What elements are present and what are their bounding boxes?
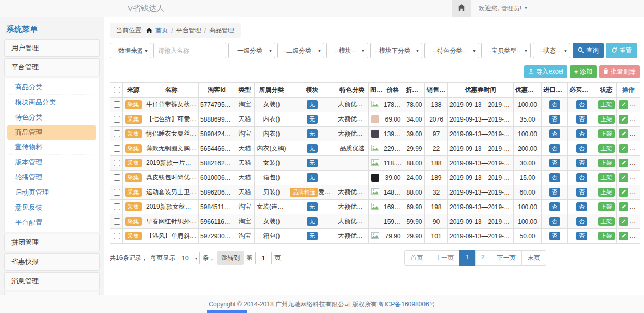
name-search-input[interactable] (153, 43, 226, 58)
status-toggle[interactable]: 上架 (598, 115, 615, 124)
sidebar-item[interactable]: 启动页管理 (7, 185, 96, 200)
edit-button[interactable] (619, 173, 628, 182)
import-optional-toggle[interactable]: 否 (549, 129, 560, 138)
must-buy-toggle[interactable]: 否 (576, 159, 587, 167)
status-toggle[interactable]: 上架 (598, 188, 615, 197)
filter-select[interactable]: --特色分类-- (424, 43, 479, 58)
sidebar-group[interactable]: 平台管理 (4, 58, 100, 76)
status-badge: 无 (307, 115, 318, 124)
import-optional-toggle[interactable]: 否 (549, 173, 560, 182)
must-buy-toggle[interactable]: 否 (576, 129, 587, 138)
row-checkbox[interactable] (114, 145, 120, 152)
breadcrumb-home-link[interactable]: 首页 (155, 26, 168, 35)
pager-button[interactable]: 首页 (404, 250, 429, 266)
row-checkbox[interactable] (114, 101, 120, 108)
status-toggle[interactable]: 上架 (598, 159, 615, 167)
status-toggle[interactable]: 上架 (598, 232, 615, 240)
status-toggle[interactable]: 上架 (598, 202, 615, 211)
cell-status: 上架 (596, 171, 617, 185)
filter-select[interactable]: --二级分类-- (277, 43, 324, 58)
row-checkbox[interactable] (114, 189, 120, 196)
jump-button[interactable]: 跳转到 (217, 251, 244, 265)
must-buy-toggle[interactable]: 否 (576, 173, 587, 182)
page-number-input[interactable] (255, 252, 272, 264)
row-checkbox[interactable] (114, 203, 120, 210)
icp-link[interactable]: 粤ICP备16098006号 (378, 300, 435, 309)
user-menu[interactable]: 欢迎您, 管理员! ▼ (471, 0, 535, 17)
search-button[interactable]: 查询 (573, 43, 604, 58)
sidebar-item[interactable]: 意见反馈 (7, 200, 96, 215)
pager-button[interactable]: 2 (475, 250, 491, 266)
sidebar-item[interactable]: 轮播管理 (7, 170, 96, 185)
pager-button[interactable]: 上一页 (429, 250, 460, 266)
select-all-checkbox[interactable] (114, 87, 120, 93)
cell-taoke-id: 577479560965 (199, 98, 235, 112)
must-buy-toggle[interactable]: 否 (576, 115, 587, 124)
row-checkbox[interactable] (114, 160, 120, 166)
filter-select[interactable]: --模块-- (326, 43, 368, 58)
status-toggle[interactable]: 上架 (598, 129, 615, 138)
edit-button[interactable] (619, 202, 628, 211)
status-toggle[interactable]: 上架 (598, 100, 615, 109)
cell-module: 无 (288, 171, 336, 185)
filter-select[interactable]: --状态-- (533, 43, 570, 58)
import-optional-toggle[interactable]: 否 (549, 188, 560, 197)
edit-button[interactable] (619, 115, 628, 124)
edit-button[interactable] (619, 144, 628, 153)
page-suffix: 页 (274, 254, 281, 262)
row-checkbox[interactable] (114, 233, 120, 239)
import-optional-toggle[interactable]: 否 (549, 144, 560, 153)
sidebar-item[interactable]: 商品分类 (7, 80, 96, 95)
row-checkbox[interactable] (114, 218, 120, 225)
edit-button[interactable] (619, 232, 628, 240)
batch-delete-button[interactable]: 批量删除 (599, 65, 640, 78)
sidebar-item[interactable]: 特色分类 (7, 110, 96, 125)
sidebar-item[interactable]: 商品管理 (7, 125, 96, 140)
edit-button[interactable] (619, 188, 628, 197)
row-checkbox[interactable] (114, 130, 120, 137)
import-optional-toggle[interactable]: 否 (549, 159, 560, 167)
status-toggle[interactable]: 上架 (598, 217, 615, 226)
import-optional-toggle[interactable]: 否 (549, 232, 560, 240)
must-buy-toggle[interactable]: 否 (576, 232, 587, 240)
must-buy-toggle[interactable]: 否 (576, 217, 587, 226)
pager-button[interactable]: 末页 (521, 250, 546, 266)
sidebar-group[interactable]: 拼团管理 (4, 234, 100, 251)
pager-button[interactable]: 1 (459, 250, 476, 266)
row-checkbox[interactable] (114, 116, 120, 123)
import-optional-toggle[interactable]: 否 (549, 115, 560, 124)
status-toggle[interactable]: 上架 (598, 144, 615, 153)
import-optional-toggle[interactable]: 否 (549, 202, 560, 211)
edit-button[interactable] (619, 100, 628, 109)
home-button[interactable] (452, 0, 471, 17)
import-excel-button[interactable]: 导入excel (524, 65, 567, 78)
edit-button[interactable] (619, 159, 628, 167)
must-buy-toggle[interactable]: 否 (576, 188, 587, 197)
filter-select[interactable]: --宝贝类型-- (481, 43, 531, 58)
add-button[interactable]: + 添加 (570, 65, 597, 78)
filter-data-source-select[interactable]: --数据来源-- (110, 43, 151, 58)
must-buy-toggle[interactable]: 否 (576, 100, 587, 109)
import-optional-toggle[interactable]: 否 (549, 100, 560, 109)
reset-button[interactable]: 重置 (606, 43, 637, 58)
column-header: 销售数量 (425, 83, 448, 98)
sidebar-item[interactable]: 模块商品分类 (7, 95, 96, 110)
must-buy-toggle[interactable]: 否 (576, 202, 587, 211)
import-optional-toggle[interactable]: 否 (549, 217, 560, 226)
sidebar-item[interactable]: 版本管理 (7, 155, 96, 170)
filter-select[interactable]: --模块下分类-- (370, 43, 422, 58)
edit-button[interactable] (619, 217, 628, 226)
filter-select[interactable]: 一级分类 (228, 43, 275, 58)
scrollbar-thumb[interactable] (207, 310, 247, 313)
sidebar-group[interactable]: 用户管理 (4, 39, 100, 57)
edit-button[interactable] (619, 129, 628, 138)
sidebar-group[interactable]: 消息管理 (4, 272, 100, 290)
sidebar-group[interactable]: 省惠快报 (4, 253, 100, 271)
pager-button[interactable]: 下一页 (491, 250, 522, 266)
row-checkbox[interactable] (114, 174, 120, 181)
per-page-select[interactable]: 10 (178, 252, 200, 264)
status-toggle[interactable]: 上架 (598, 173, 615, 182)
sidebar-item[interactable]: 平台配置 (7, 215, 96, 230)
sidebar-item[interactable]: 宣传物料 (7, 140, 96, 155)
must-buy-toggle[interactable]: 否 (576, 144, 587, 153)
